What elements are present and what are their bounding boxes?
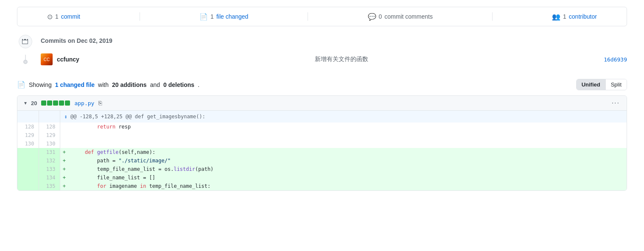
- diff-block-5: [65, 100, 70, 106]
- line-sign: +: [60, 148, 68, 156]
- changed-file-link[interactable]: 1 changed file: [55, 81, 95, 88]
- line-num-old: [17, 173, 39, 182]
- hunk-header-content: @@ -128,5 +128,25 @@ def get_imagesbynam…: [70, 114, 205, 120]
- diff-header: ▾ 20 app.py ⎘ ···: [17, 96, 627, 111]
- line-num-new: 134: [39, 173, 60, 182]
- copy-icon[interactable]: ⎘: [98, 100, 102, 106]
- line-sign: +: [60, 182, 68, 190]
- line-num-old: 130: [17, 139, 39, 148]
- line-num-new: 133: [39, 165, 60, 173]
- commit-author[interactable]: ccfuncy: [57, 56, 79, 63]
- line-sign: [60, 131, 68, 139]
- split-view-btn[interactable]: Split: [606, 79, 627, 90]
- table-row: 128 128 return resp: [17, 123, 627, 131]
- line-num-new: 131: [39, 148, 60, 156]
- line-sign: +: [60, 165, 68, 173]
- commit-message: 新增有关文件的函数: [84, 56, 599, 63]
- comment-icon: 💬: [368, 13, 376, 21]
- line-num-new: 132: [39, 156, 60, 165]
- showing-with: with: [98, 81, 109, 88]
- table-row: 134 + file_name_list = []: [17, 173, 627, 182]
- diff-table: ↕ @@ -128,5 +128,25 @@ def get_imagesbyn…: [17, 111, 627, 190]
- contributors-count: 1: [563, 13, 566, 20]
- hunk-line-num-left: [17, 111, 39, 123]
- commits-section: Commits on Dec 02, 2019 CC ccfuncy 新增有关文…: [17, 35, 627, 69]
- hunk-header-row: ↕ @@ -128,5 +128,25 @@ def get_imagesbyn…: [17, 111, 627, 123]
- avatar: CC: [41, 53, 53, 65]
- file-icon: 📄: [199, 13, 208, 21]
- commit-comments-stat: 💬 0 commit comments: [368, 13, 433, 21]
- deletions-count: 0 deletions: [163, 81, 194, 88]
- line-num-old: [17, 165, 39, 173]
- line-num-new: 130: [39, 139, 60, 148]
- showing-file-icon: 📄: [17, 81, 25, 89]
- showing-prefix: Showing: [29, 81, 52, 88]
- commit-comments-count: 0: [379, 13, 382, 20]
- showing-suffix: .: [198, 81, 199, 88]
- line-code: path = "./static/image/": [68, 156, 627, 165]
- diff-block-4: [59, 100, 64, 106]
- diff-container: ▾ 20 app.py ⎘ ··· ↕ @@ -128,5 +128,25 @@…: [17, 95, 627, 191]
- table-row: 133 + temp_file_name_list = os.listdir(p…: [17, 165, 627, 173]
- line-code: for imagename in temp_file_name_list:: [68, 182, 627, 190]
- contributors-icon: 👥: [552, 13, 560, 21]
- table-row: 130 130: [17, 139, 627, 148]
- diff-additions-blocks: [41, 100, 70, 106]
- showing-text: 📄 Showing 1 changed file with 20 additio…: [17, 81, 199, 89]
- diff-block-1: [41, 100, 46, 106]
- line-code: [68, 139, 627, 148]
- table-row: 129 129: [17, 131, 627, 139]
- view-toggle: Unified Split: [576, 79, 627, 90]
- line-num-old: [17, 156, 39, 165]
- line-sign: +: [60, 156, 68, 165]
- files-changed-link[interactable]: file changed: [216, 13, 249, 20]
- line-num-new: 135: [39, 182, 60, 190]
- diff-block-2: [47, 100, 52, 106]
- line-num-new: 128: [39, 123, 60, 131]
- line-num-new: 129: [39, 131, 60, 139]
- line-code: [68, 131, 627, 139]
- files-changed-count: 1: [210, 13, 214, 20]
- line-code: file_name_list = []: [68, 173, 627, 182]
- commit-info: CC ccfuncy 新增有关文件的函数 16d6939: [41, 53, 627, 65]
- hunk-expand-icon[interactable]: ↕: [64, 114, 67, 120]
- hunk-header-text: ↕ @@ -128,5 +128,25 @@ def get_imagesbyn…: [60, 111, 627, 123]
- commits-count: 1: [55, 13, 59, 20]
- line-code: def getfile(self,name):: [68, 148, 627, 156]
- line-num-old: 129: [17, 131, 39, 139]
- contributors-stat: 👥 1 contributor: [552, 13, 597, 21]
- hunk-line-num-right: [39, 111, 60, 123]
- line-num-old: [17, 148, 39, 156]
- line-sign: [60, 139, 68, 148]
- diff-filename[interactable]: app.py: [74, 100, 94, 106]
- showing-and: and: [150, 81, 160, 88]
- table-row: 131 + def getfile(self,name):: [17, 148, 627, 156]
- diff-additions-count: 20: [31, 100, 37, 106]
- calendar-icon: [19, 35, 32, 48]
- line-code: return resp: [68, 123, 627, 131]
- commits-link[interactable]: commit: [61, 13, 80, 20]
- table-row: 135 + for imagename in temp_file_name_li…: [17, 182, 627, 190]
- line-sign: +: [60, 173, 68, 182]
- commit-row: CC ccfuncy 新增有关文件的函数 16d6939: [17, 50, 627, 69]
- line-sign: [60, 123, 68, 131]
- contributors-link[interactable]: contributor: [569, 13, 597, 20]
- showing-section: 📄 Showing 1 changed file with 20 additio…: [17, 79, 627, 90]
- line-code: temp_file_name_list = os.listdir(path): [68, 165, 627, 173]
- chevron-down-icon: ▾: [24, 100, 27, 106]
- line-num-old: [17, 182, 39, 190]
- table-row: 132 + path = "./static/image/": [17, 156, 627, 165]
- commits-date: Commits on Dec 02, 2019: [41, 37, 627, 44]
- additions-count: 20 additions: [112, 81, 147, 88]
- commit-icon: ⊙: [47, 13, 53, 21]
- commits-stat: ⊙ 1 commit: [47, 13, 80, 21]
- diff-block-3: [53, 100, 58, 106]
- diff-collapse-btn[interactable]: ▾: [24, 100, 27, 106]
- commit-sha[interactable]: 16d6939: [604, 56, 627, 63]
- stats-bar: ⊙ 1 commit 📄 1 file changed 💬 0 commit c…: [17, 7, 627, 26]
- line-num-old: 128: [17, 123, 39, 131]
- commit-comments-label: commit comments: [384, 13, 433, 20]
- diff-more-btn[interactable]: ···: [612, 99, 620, 107]
- files-changed-stat: 📄 1 file changed: [199, 13, 248, 21]
- unified-view-btn[interactable]: Unified: [577, 79, 606, 90]
